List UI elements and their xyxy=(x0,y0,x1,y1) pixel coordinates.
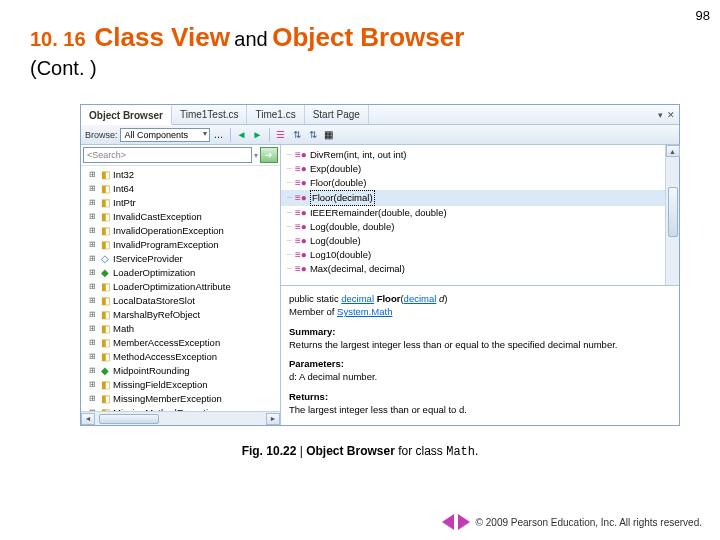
scroll-up-icon[interactable]: ▲ xyxy=(666,145,680,157)
tab-start-page[interactable]: Start Page xyxy=(305,105,369,124)
tree-item[interactable]: ⊞◆LoaderOptimization xyxy=(81,266,280,280)
sort-icon[interactable]: ⇅ xyxy=(290,128,304,142)
expander-icon[interactable]: ⊞ xyxy=(89,336,97,350)
member-item[interactable]: ┄≡●Log10(double) xyxy=(281,248,665,262)
tree-item[interactable]: ⊞◧Int64 xyxy=(81,182,280,196)
tree-item[interactable]: ⊞◧Int32 xyxy=(81,168,280,182)
expander-icon[interactable]: ⊞ xyxy=(89,210,97,224)
tab-dropdown-icon[interactable]: ▾ xyxy=(658,110,663,120)
signature: public static decimal Floor(decimal d) xyxy=(289,292,671,305)
members-list[interactable]: ┄≡●DivRem(int, int, out int)┄≡●Exp(doubl… xyxy=(281,145,665,285)
class-icon: ◧ xyxy=(100,170,110,180)
returns-text: The largest integer less than or equal t… xyxy=(289,403,671,416)
expander-icon[interactable]: ⊞ xyxy=(89,294,97,308)
member-item[interactable]: ┄≡●Max(decimal, decimal) xyxy=(281,262,665,276)
method-icon: ≡● xyxy=(295,162,307,176)
type-link[interactable]: decimal xyxy=(341,293,374,304)
tree-item[interactable]: ⊞◧LocalDataStoreSlot xyxy=(81,294,280,308)
prev-slide-icon[interactable] xyxy=(442,514,454,530)
next-slide-icon[interactable] xyxy=(458,514,470,530)
param-type-link[interactable]: decimal xyxy=(404,293,437,304)
member-item[interactable]: ┄≡●IEEERemainder(double, double) xyxy=(281,206,665,220)
member-of-link[interactable]: System.Math xyxy=(337,306,392,317)
class-icon: ◧ xyxy=(100,394,110,404)
class-icon: ◧ xyxy=(100,296,110,306)
class-icon: ◧ xyxy=(100,338,110,348)
tree-item[interactable]: ⊞◇IServiceProvider xyxy=(81,252,280,266)
expander-icon[interactable]: ⊞ xyxy=(89,238,97,252)
scroll-thumb-v[interactable] xyxy=(668,187,678,237)
member-of: Member of System.Math xyxy=(289,305,671,318)
expander-icon[interactable]: ⊞ xyxy=(89,196,97,210)
slide-heading: 10. 16 Class View and Object Browser xyxy=(0,0,720,57)
expander-icon[interactable]: ⊞ xyxy=(89,378,97,392)
expander-icon[interactable]: ⊞ xyxy=(89,252,97,266)
search-clear-icon[interactable]: ▾ xyxy=(254,151,258,160)
vertical-scrollbar[interactable]: ▲ xyxy=(665,145,679,285)
scroll-thumb[interactable] xyxy=(99,414,159,424)
tree-item[interactable]: ⊞◧MemberAccessException xyxy=(81,336,280,350)
expander-icon[interactable]: ⊞ xyxy=(89,392,97,406)
tree-item[interactable]: ⊞◧MissingMemberException xyxy=(81,392,280,406)
tree-label: InvalidOperationException xyxy=(113,224,224,238)
search-go-button[interactable]: ➜ xyxy=(260,147,278,163)
member-item[interactable]: ┄≡●Floor(decimal) xyxy=(281,190,665,206)
scroll-left-icon[interactable]: ◄ xyxy=(81,413,95,425)
tree-item[interactable]: ⊞◧LoaderOptimizationAttribute xyxy=(81,280,280,294)
forward-icon[interactable]: ► xyxy=(251,128,265,142)
tree-item[interactable]: ⊞◧InvalidProgramException xyxy=(81,238,280,252)
panes: ▾ ➜ ⊞◧Int32⊞◧Int64⊞◧IntPtr⊞◧InvalidCastE… xyxy=(81,145,679,425)
member-item[interactable]: ┄≡●Exp(double) xyxy=(281,162,665,176)
horizontal-scrollbar[interactable]: ◄ ► xyxy=(81,411,280,425)
namespace-tree[interactable]: ⊞◧Int32⊞◧Int64⊞◧IntPtr⊞◧InvalidCastExcep… xyxy=(81,166,280,411)
expander-icon[interactable]: ⊞ xyxy=(89,280,97,294)
member-item[interactable]: ┄≡●DivRem(int, int, out int) xyxy=(281,148,665,162)
settings-icon[interactable]: ☰ xyxy=(274,128,288,142)
tab-object-browser[interactable]: Object Browser xyxy=(81,106,172,125)
tree-item[interactable]: ⊞◧MarshalByRefObject xyxy=(81,308,280,322)
expander-icon[interactable]: ⊞ xyxy=(89,168,97,182)
expander-icon[interactable]: ⊞ xyxy=(89,308,97,322)
member-label: IEEERemainder(double, double) xyxy=(310,206,447,220)
member-item[interactable]: ┄≡●Log(double, double) xyxy=(281,220,665,234)
class-icon: ◧ xyxy=(100,380,110,390)
tree-line-icon: ┄ xyxy=(287,248,292,262)
member-item[interactable]: ┄≡●Floor(double) xyxy=(281,176,665,190)
expander-icon[interactable]: ⊞ xyxy=(89,182,97,196)
tab-time1[interactable]: Time1.cs xyxy=(247,105,304,124)
tab-bar: Object Browser Time1Test.cs Time1.cs Sta… xyxy=(81,105,679,125)
close-icon[interactable]: ✕ xyxy=(667,110,675,120)
expander-icon[interactable]: ⊞ xyxy=(89,266,97,280)
expander-icon[interactable]: ⊞ xyxy=(89,350,97,364)
tree-item[interactable]: ⊞◧Math xyxy=(81,322,280,336)
browse-combo[interactable]: All Components xyxy=(120,128,210,142)
class-icon: ◧ xyxy=(100,310,110,320)
summary-header: Summary: xyxy=(289,325,671,338)
tree-item[interactable]: ⊞◧MethodAccessException xyxy=(81,350,280,364)
sort2-icon[interactable]: ⇅ xyxy=(306,128,320,142)
tree-item[interactable]: ⊞◧InvalidCastException xyxy=(81,210,280,224)
tree-pane: ▾ ➜ ⊞◧Int32⊞◧Int64⊞◧IntPtr⊞◧InvalidCastE… xyxy=(81,145,281,425)
tab-time1test[interactable]: Time1Test.cs xyxy=(172,105,248,124)
tree-item[interactable]: ⊞◧InvalidOperationException xyxy=(81,224,280,238)
tree-item[interactable]: ⊞◆MidpointRounding xyxy=(81,364,280,378)
ellipsis-icon[interactable]: … xyxy=(212,128,226,142)
expander-icon[interactable]: ⊞ xyxy=(89,364,97,378)
slide-nav xyxy=(442,514,470,530)
grid-icon[interactable]: ▦ xyxy=(322,128,336,142)
tree-item[interactable]: ⊞◧MissingFieldException xyxy=(81,378,280,392)
section-number: 10. 16 xyxy=(30,28,86,50)
expander-icon[interactable]: ⊞ xyxy=(89,224,97,238)
method-icon: ≡● xyxy=(295,176,307,190)
method-icon: ≡● xyxy=(295,234,307,248)
expander-icon[interactable]: ⊞ xyxy=(89,322,97,336)
summary-text: Returns the largest integer less than or… xyxy=(289,338,671,351)
member-label: Log(double, double) xyxy=(310,220,395,234)
scroll-right-icon[interactable]: ► xyxy=(266,413,280,425)
tree-item[interactable]: ⊞◧IntPtr xyxy=(81,196,280,210)
search-input[interactable] xyxy=(83,147,252,163)
back-icon[interactable]: ◄ xyxy=(235,128,249,142)
method-icon: ≡● xyxy=(295,191,307,205)
browse-label: Browse: xyxy=(85,130,118,140)
member-item[interactable]: ┄≡●Log(double) xyxy=(281,234,665,248)
